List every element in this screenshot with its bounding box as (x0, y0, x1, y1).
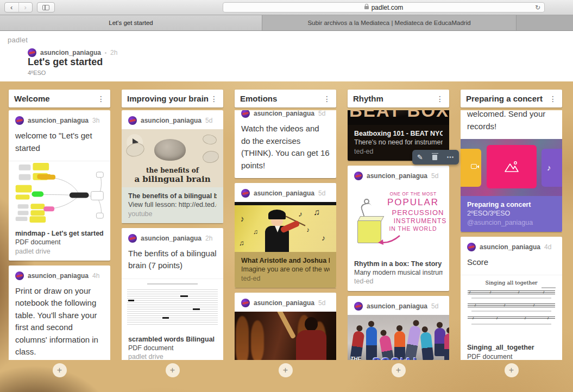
attachment-desc: There's no need for instruments to make.… (354, 138, 443, 147)
column-cards: asuncion_paniagua 3h welcome to "Let's g… (9, 110, 110, 360)
post-time: 5d (431, 172, 438, 180)
address-bar[interactable]: padlet.com ↻ (223, 2, 545, 12)
kebab-menu-icon[interactable]: ⋮ (323, 95, 331, 103)
dance-overlay-text: THE (350, 356, 361, 361)
attachment-caption[interactable]: What Aristotle and Joshua Bell can teac.… (235, 252, 336, 288)
video-thumbnail-dancers[interactable]: THE SOCIAL (348, 315, 449, 361)
column-header: Welcome ⋮ (9, 90, 110, 108)
author-name: asuncion_paniagua (254, 299, 314, 307)
tab-bar-empty (517, 15, 573, 30)
post-author-row: asuncion_paniagua 2h (122, 228, 223, 243)
video-camera-icon (471, 164, 477, 169)
column-title: Improving your brain (127, 94, 209, 103)
attachment-title: Beatboxing 101 - BEAT NYC (354, 129, 443, 138)
post-card[interactable]: asuncion_paniagua 5d Music as a language… (235, 293, 336, 360)
video-thumbnail[interactable]: the benefits of a bilingual brain (122, 129, 223, 187)
video-thumbnail-bassist[interactable] (235, 312, 336, 360)
padlet-logo[interactable]: padlet (8, 36, 28, 44)
post-time: 5d (318, 110, 325, 117)
post-author-row: asuncion_paniagua 5d (235, 293, 336, 307)
author-name: asuncion_paniagua (28, 117, 89, 124)
kebab-menu-icon[interactable]: ⋮ (97, 95, 105, 103)
attachment-title: Rhythm in a box: The story of the cajon … (354, 260, 443, 268)
lock-icon (364, 6, 369, 9)
attachment-caption[interactable]: Preparing a concert 2ºESO/3ºESO @asuncio… (461, 196, 562, 232)
attachment-caption[interactable]: mindmap - Let's get started PDF document… (9, 225, 110, 261)
attachment-caption[interactable]: Singing_all_together PDF document padlet… (461, 339, 562, 360)
column-cards: BEAT BOX Beatboxing 101 - BEAT NYC There… (348, 110, 449, 360)
post-author-row: asuncion_paniagua 5d (122, 110, 223, 125)
forward-icon[interactable]: › (18, 3, 33, 12)
post-card[interactable]: asuncion_paniagua 4d Score Singing all t… (461, 237, 562, 360)
column-title: Welcome (14, 94, 50, 103)
kebab-menu-icon[interactable]: ⋮ (549, 95, 557, 103)
post-card[interactable]: asuncion_paniagua 4h Print or draw on yo… (9, 265, 110, 360)
video-thumbnail-cajon[interactable]: ONE OF THE MOST POPULAR PERCUSSION INSTR… (348, 185, 449, 255)
video-thumbnail-beatbox[interactable]: BEAT BOX (348, 110, 449, 125)
browser-toolbar: ‹ › padlet.com ↻ (0, 0, 573, 15)
back-icon[interactable]: ‹ (5, 3, 18, 12)
add-post-button[interactable]: + (505, 363, 519, 377)
post-author-row: asuncion_paniagua 5d (235, 183, 336, 198)
attachment-caption[interactable]: The benefits of a bilingual brain - Mia … (122, 187, 223, 223)
add-post-button[interactable]: + (166, 363, 180, 377)
attachment-title: Preparing a concert (467, 200, 556, 209)
preview-card-photo (487, 145, 537, 188)
attachment-caption[interactable]: Rhythm in a box: The story of the cajon … (348, 255, 449, 291)
sidebar-toggle-button[interactable] (37, 2, 55, 12)
more-actions-icon[interactable]: ••• (447, 155, 455, 160)
post-time: 4d (544, 243, 551, 251)
post-card[interactable]: asuncion_paniagua 2h The benfits of a bi… (122, 228, 223, 360)
post-time: 4h (92, 272, 99, 280)
video-thumbnail-violinist[interactable]: ♪ ♫ ♪ ♫ ♪ ♪ ♫ (235, 202, 336, 252)
column-header: Preparing a concert ⋮ (461, 90, 562, 108)
refresh-icon[interactable]: ↻ (535, 4, 540, 11)
add-post-button[interactable]: + (279, 363, 293, 377)
post-text: Watch the videos and do the exercises (T… (235, 118, 336, 178)
attachment-title: The benefits of a bilingual brain - Mia … (128, 192, 217, 200)
post-card[interactable]: asuncion_paniagua 5d THE SOCIAL The hist… (348, 296, 449, 361)
post-card[interactable]: asuncion_paniagua 5d ♪ ♫ ♪ ♫ ♪ ♪ ♫ (235, 183, 336, 288)
edit-pencil-icon[interactable]: ✎ (417, 154, 423, 161)
brain-illustration (154, 139, 186, 161)
post-card[interactable]: asuncion_paniagua 3h welcome to "Let's g… (9, 110, 110, 261)
post-text: welcome to "Let's get started (9, 125, 110, 161)
kebab-menu-icon[interactable]: ⋮ (210, 95, 218, 103)
tab-lets-get-started[interactable]: Let's get started (0, 15, 262, 30)
dot-separator (105, 52, 106, 54)
sheet-music-image[interactable]: Singing all together ♪♪♪♪ ♪♪♪ ♪♪♪♪ (461, 275, 562, 339)
post-author-row: asuncion_paniagua 4h (9, 265, 110, 280)
attachment-source: ted-ed (354, 277, 443, 286)
post-author-row: asuncion_paniagua 5d (235, 110, 336, 118)
padlet-preview-image[interactable]: ♪ (461, 139, 562, 196)
tab-mediateca[interactable]: Subir archivos a la Mediateca | Mediatec… (262, 15, 517, 30)
column-cards: asuncion_paniagua 5d Watch the videos an… (235, 110, 336, 360)
attachment-source: padlet drive (15, 247, 104, 256)
post-card[interactable]: welcomed. Send your records! ♪ Preparing… (461, 110, 562, 232)
url-text: padlet.com (371, 4, 404, 11)
author-name: asuncion_paniagua (254, 110, 314, 117)
post-card[interactable]: asuncion_paniagua 5d the benefits of a b… (122, 110, 223, 223)
attachment-type: PDF document (128, 344, 217, 352)
document-preview[interactable] (122, 279, 223, 331)
attachment-caption[interactable]: scrambled words Bilingual brain PDF docu… (122, 331, 223, 360)
post-card[interactable]: asuncion_paniagua 5d Watch the videos an… (235, 110, 336, 178)
add-post-button[interactable]: + (392, 363, 406, 377)
attachment-desc: Imagine you are one of the world's great… (241, 265, 330, 274)
column-header: Improving your brain ⋮ (122, 90, 223, 108)
avatar (354, 172, 363, 180)
delete-trash-icon[interactable] (432, 155, 437, 160)
speech-bubble (202, 134, 218, 146)
add-post-button[interactable]: + (53, 363, 67, 377)
avatar (241, 299, 250, 307)
avatar (28, 48, 36, 57)
attachment-source: padlet drive (128, 352, 217, 360)
mindmap-image[interactable] (9, 161, 110, 225)
avatar (467, 243, 476, 251)
kebab-menu-icon[interactable]: ⋮ (436, 95, 444, 103)
music-note-icon: ♪ (547, 163, 551, 172)
attachment-source: youtube (128, 210, 217, 218)
post-card[interactable]: asuncion_paniagua 5d ONE OF THE MOST POP… (348, 166, 449, 291)
score-title: Singing all together (461, 280, 562, 286)
column-welcome: Welcome ⋮ asuncion_paniagua 3h welcome t… (9, 90, 110, 377)
